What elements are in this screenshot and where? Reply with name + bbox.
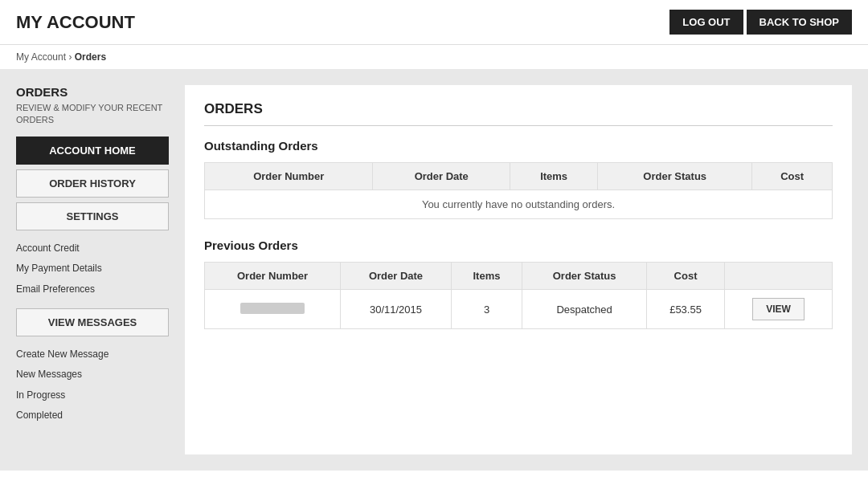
content-area: ORDERS Outstanding Orders Order Number O… [185, 85, 852, 454]
breadcrumb-current: Orders [75, 51, 106, 63]
sidebar-link-in-progress[interactable]: In Progress [16, 385, 169, 406]
prev-col-items: Items [451, 263, 522, 290]
sidebar-section-title: ORDERS [16, 85, 169, 99]
sidebar-link-email-preferences[interactable]: Email Preferences [16, 279, 169, 300]
sidebar-link-completed[interactable]: Completed [16, 405, 169, 426]
previous-order-row: 30/11/2015 3 Despatched £53.55 VIEW [205, 290, 833, 329]
prev-col-order-number: Order Number [205, 263, 341, 290]
page-title: MY ACCOUNT [16, 12, 135, 33]
prev-col-order-date: Order Date [341, 263, 452, 290]
main-content: ORDERS REVIEW & MODIFY YOUR RECENT ORDER… [0, 69, 868, 471]
sidebar-links: Account Credit My Payment Details Email … [16, 238, 169, 300]
col-cost: Cost [752, 163, 833, 190]
prev-col-cost: Cost [647, 263, 725, 290]
back-to-shop-button[interactable]: BACK TO SHOP [747, 10, 852, 35]
outstanding-orders-table: Order Number Order Date Items Order Stat… [204, 162, 833, 219]
outstanding-orders-title: Outstanding Orders [204, 139, 833, 153]
sidebar-nav-settings[interactable]: SETTINGS [16, 202, 169, 230]
sidebar: ORDERS REVIEW & MODIFY YOUR RECENT ORDER… [16, 85, 169, 454]
content-title: ORDERS [204, 101, 833, 126]
sidebar-section-subtitle: REVIEW & MODIFY YOUR RECENT ORDERS [16, 102, 169, 127]
order-date-cell: 30/11/2015 [341, 290, 452, 329]
col-order-number: Order Number [205, 163, 373, 190]
col-order-date: Order Date [373, 163, 510, 190]
breadcrumb: My Account › Orders [0, 45, 868, 69]
order-number-cell [205, 290, 341, 329]
sidebar-nav-view-messages[interactable]: VIEW MESSAGES [16, 308, 169, 336]
previous-table-header-row: Order Number Order Date Items Order Stat… [205, 263, 833, 290]
outstanding-empty-row: You currently have no outstanding orders… [205, 190, 833, 219]
breadcrumb-separator: › [68, 51, 74, 63]
order-number-blurred [240, 303, 305, 314]
page-header: MY ACCOUNT LOG OUT BACK TO SHOP [0, 0, 868, 45]
order-status-cell: Despatched [522, 290, 647, 329]
previous-orders-title: Previous Orders [204, 238, 833, 252]
sidebar-message-links: Create New Message New Messages In Progr… [16, 344, 169, 426]
sidebar-nav-account-home[interactable]: ACCOUNT HOME [16, 137, 169, 165]
order-items-cell: 3 [451, 290, 522, 329]
order-cost-cell: £53.55 [647, 290, 725, 329]
outstanding-table-header-row: Order Number Order Date Items Order Stat… [205, 163, 833, 190]
sidebar-link-payment-details[interactable]: My Payment Details [16, 259, 169, 279]
sidebar-link-account-credit[interactable]: Account Credit [16, 238, 169, 259]
sidebar-link-new-messages[interactable]: New Messages [16, 365, 169, 385]
breadcrumb-parent-link[interactable]: My Account [16, 51, 66, 63]
outstanding-empty-message: You currently have no outstanding orders… [205, 190, 833, 219]
order-action-cell: VIEW [724, 290, 832, 329]
logout-button[interactable]: LOG OUT [669, 10, 743, 35]
header-buttons: LOG OUT BACK TO SHOP [669, 10, 852, 35]
sidebar-nav-order-history[interactable]: ORDER HISTORY [16, 169, 169, 198]
sidebar-link-create-message[interactable]: Create New Message [16, 344, 169, 365]
prev-col-action [724, 263, 832, 290]
col-items: Items [510, 163, 598, 190]
col-order-status: Order Status [598, 163, 752, 190]
previous-orders-table: Order Number Order Date Items Order Stat… [204, 262, 833, 329]
view-order-button[interactable]: VIEW [752, 298, 805, 320]
prev-col-order-status: Order Status [522, 263, 647, 290]
